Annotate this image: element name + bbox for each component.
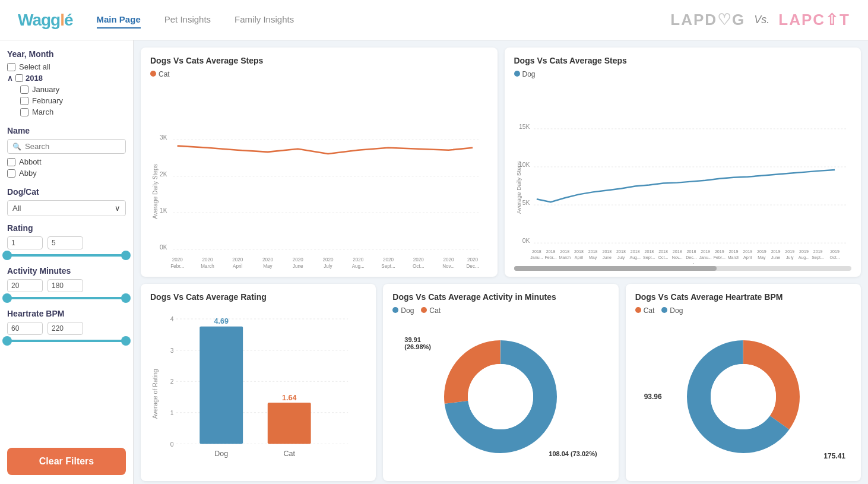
svg-text:Year Month Date: Year Month Date: [303, 270, 348, 271]
chart-rating-svg: Average of Rating 0 1 2 3 4: [150, 306, 366, 475]
svg-text:Febr...: Febr...: [713, 255, 725, 260]
rating-range: [7, 236, 126, 259]
svg-text:Febr...: Febr...: [170, 264, 184, 269]
month-march-checkbox[interactable]: [20, 108, 28, 116]
chart-dog-steps-svg: 0K 5K 10K 15K Average Daily Steps 2018 J…: [514, 82, 852, 264]
cat-legend-label: Cat: [159, 70, 170, 78]
month-february-checkbox[interactable]: [20, 97, 28, 105]
chart-heartrate-title: Dogs Vs Cats Average Heartrate BPM: [635, 292, 851, 302]
nav-main-page[interactable]: Main Page: [97, 11, 141, 29]
year-2018-header[interactable]: ∧ 2018: [7, 74, 126, 83]
svg-text:May: May: [263, 264, 273, 269]
chart-activity-title: Dogs Vs Cats Average Activity in Minutes: [392, 292, 609, 302]
rating-max-input[interactable]: [47, 236, 83, 249]
chart-heartrate-donut: 93.96 175.41: [635, 318, 851, 475]
svg-text:2018: 2018: [602, 249, 612, 254]
svg-text:2019: 2019: [714, 249, 724, 254]
svg-text:2020: 2020: [262, 257, 274, 262]
rating-min-thumb[interactable]: [2, 251, 12, 260]
activity-max-input[interactable]: [47, 279, 83, 292]
activity-min-input[interactable]: [7, 279, 43, 292]
svg-text:2018: 2018: [686, 249, 696, 254]
svg-text:Dog: Dog: [214, 450, 228, 458]
svg-text:2020: 2020: [172, 257, 183, 262]
month-january-row[interactable]: January: [20, 85, 126, 94]
svg-text:1: 1: [170, 410, 174, 416]
nav-family-insights[interactable]: Family Insights: [235, 11, 294, 29]
chart-cat-steps-title: Dogs Vs Cats Average Steps: [150, 56, 488, 65]
svg-text:3: 3: [170, 347, 174, 354]
heartrate-section: Heartrate BPM: [7, 309, 126, 344]
svg-text:2019: 2019: [771, 249, 780, 254]
heartrate-slider-track[interactable]: [7, 340, 126, 342]
select-all-checkbox[interactable]: [7, 63, 15, 71]
heartrate-min-input[interactable]: [7, 322, 43, 335]
svg-text:Janu...: Janu...: [699, 255, 711, 260]
logo: Wagglé: [18, 11, 73, 30]
svg-text:July: July: [617, 255, 625, 260]
svg-point-108: [711, 364, 776, 429]
svg-text:June: June: [293, 264, 303, 269]
svg-text:4.69: 4.69: [214, 317, 229, 325]
name-abby-checkbox[interactable]: [7, 169, 15, 178]
svg-text:2019: 2019: [830, 249, 840, 254]
clear-filters-button[interactable]: Clear Filters: [7, 448, 126, 475]
svg-text:2: 2: [170, 378, 174, 385]
heartrate-max-thumb[interactable]: [121, 336, 131, 346]
svg-text:Aug...: Aug...: [629, 255, 641, 260]
rating-slider-track[interactable]: [7, 254, 126, 257]
svg-text:2018: 2018: [644, 249, 654, 254]
chart-activity-legend: Dog Cat: [392, 306, 609, 315]
svg-text:2019: 2019: [728, 249, 738, 254]
rating-min-input[interactable]: [7, 236, 43, 249]
svg-text:May: May: [588, 255, 597, 260]
svg-text:1.64: 1.64: [282, 393, 296, 401]
chart-dog-steps-legend: Dog: [514, 70, 852, 78]
activity-min-thumb[interactable]: [2, 293, 12, 303]
svg-text:1K: 1K: [160, 207, 167, 214]
year-2018-checkbox[interactable]: [15, 74, 23, 82]
svg-text:May: May: [758, 255, 766, 260]
svg-text:2019: 2019: [799, 249, 809, 254]
heartrate-dog-value: 175.41: [823, 452, 845, 460]
svg-text:0K: 0K: [522, 237, 530, 244]
svg-text:3K: 3K: [160, 134, 167, 141]
chart-rating: Dogs Vs Cats Average Rating Average of R…: [141, 284, 376, 481]
svg-text:2018: 2018: [588, 249, 597, 254]
year-month-label: Year, Month: [7, 49, 126, 59]
svg-text:June: June: [602, 255, 611, 260]
main-layout: Year, Month Select all ∧ 2018 January Fe…: [0, 40, 868, 484]
select-all-row[interactable]: Select all: [7, 62, 126, 71]
dogcat-dropdown[interactable]: All ∨: [7, 200, 126, 216]
rating-values: [7, 236, 126, 249]
chevron-down-icon: ∨: [115, 204, 121, 213]
month-january-checkbox[interactable]: [20, 86, 28, 94]
chart-dog-steps-title: Dogs Vs Cats Average Steps: [514, 56, 852, 65]
svg-text:Febr...: Febr...: [544, 255, 556, 260]
lapcat-brand: LAPC⇧T: [778, 11, 850, 29]
name-abbott-row[interactable]: Abbott: [7, 157, 126, 166]
heartrate-max-input[interactable]: [47, 322, 83, 335]
rating-max-thumb[interactable]: [121, 251, 131, 260]
svg-text:Aug...: Aug...: [798, 255, 809, 260]
svg-text:Year Month Date: Year Month Date: [667, 261, 709, 263]
name-abbott-label: Abbott: [19, 157, 42, 166]
nav-pet-insights[interactable]: Pet Insights: [164, 11, 211, 29]
search-box[interactable]: 🔍: [7, 139, 126, 154]
svg-text:0: 0: [170, 441, 174, 447]
name-abbott-checkbox[interactable]: [7, 158, 15, 166]
chart-dog-scrollbar[interactable]: [514, 266, 852, 271]
svg-text:Cat: Cat: [283, 450, 295, 458]
year-2018-label: 2018: [26, 74, 43, 83]
search-input[interactable]: [25, 142, 121, 151]
activity-max-thumb[interactable]: [121, 293, 131, 303]
brand-area: LAPD♡G Vs. LAPC⇧T: [670, 11, 850, 29]
month-march-label: March: [32, 107, 53, 116]
month-march-row[interactable]: March: [20, 107, 126, 116]
month-february-row[interactable]: February: [20, 96, 126, 105]
name-abby-row[interactable]: Abby: [7, 169, 126, 178]
activity-slider-track[interactable]: [7, 297, 126, 299]
heartrate-min-thumb[interactable]: [2, 336, 12, 346]
svg-text:2020: 2020: [383, 257, 394, 262]
svg-text:Sept...: Sept...: [643, 255, 655, 260]
